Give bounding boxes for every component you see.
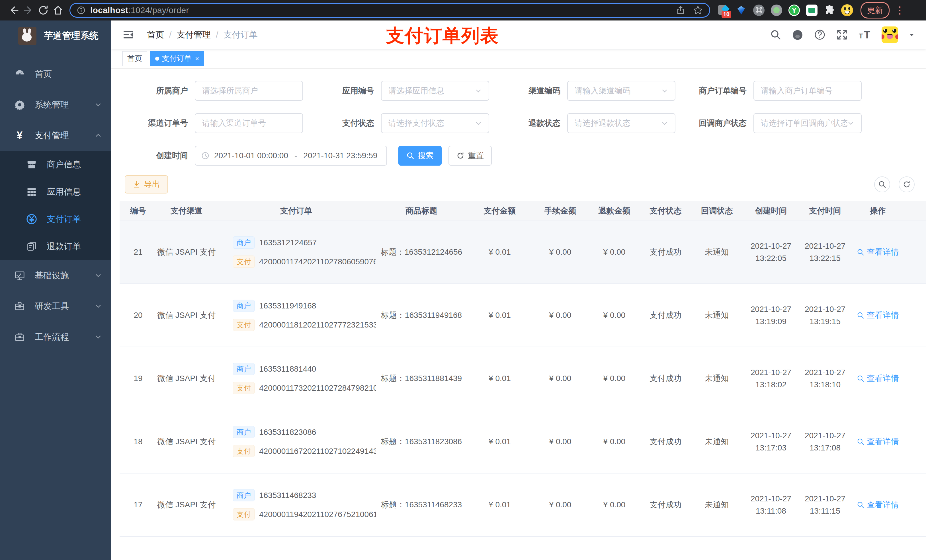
export-button[interactable]: 导出	[125, 175, 168, 193]
view-detail-link[interactable]: 查看详情	[851, 373, 904, 384]
download-icon	[133, 180, 141, 189]
reset-button[interactable]: 重置	[448, 146, 492, 166]
sidebar-item-pay-order[interactable]: 支付订单	[0, 205, 111, 233]
view-detail-link[interactable]: 查看详情	[851, 247, 904, 258]
placeholder-text: 请输入渠道订单号	[202, 118, 266, 128]
grid-icon	[25, 187, 38, 197]
field-channel-order-no: 渠道订单号 请输入渠道订单号	[120, 113, 306, 133]
col-amount: 支付金额	[467, 205, 533, 216]
cell-fee: ¥ 0.00	[533, 248, 588, 257]
sidebar-item-pay[interactable]: ¥ 支付管理	[0, 120, 111, 151]
profile-emoji-icon[interactable]	[841, 4, 853, 16]
field-label: 渠道订单号	[120, 118, 188, 128]
create-time-range-picker[interactable]: 2021-10-01 00:00:00 - 2021-10-31 23:59:5…	[195, 146, 387, 166]
table-row: 17 微信 JSAPI 支付 商户1635311468233 支付4200001…	[120, 474, 926, 537]
user-avatar[interactable]	[882, 26, 898, 43]
cell-title: 标题：1635311881439	[376, 373, 467, 384]
toggle-search-button[interactable]	[874, 177, 890, 192]
breadcrumb-home[interactable]: 首页	[147, 29, 164, 41]
extensions-puzzle-icon[interactable]	[823, 4, 835, 16]
merchant-tag: 商户	[233, 363, 254, 375]
channel-no: 4200001194202110276752100612	[259, 510, 376, 519]
view-detail-link[interactable]: 查看详情	[851, 436, 904, 447]
breadcrumb: 首页 / 支付管理 / 支付订单	[147, 29, 258, 41]
breadcrumb-pay[interactable]: 支付管理	[177, 29, 211, 41]
forward-button[interactable]	[21, 3, 36, 18]
view-detail-link[interactable]: 查看详情	[851, 310, 904, 321]
table-row: 21 微信 JSAPI 支付 商户1635312124657 支付4200001…	[120, 221, 926, 284]
search-button[interactable]: 搜索	[398, 146, 442, 166]
share-icon[interactable]	[676, 5, 685, 15]
github-icon[interactable]	[791, 29, 803, 41]
table-row: 18 微信 JSAPI 支付 商户1635311823086 支付4200001…	[120, 410, 926, 474]
extension-y-icon[interactable]: Y	[788, 4, 800, 16]
top-navbar: 首页 / 支付管理 / 支付订单 TT	[111, 21, 926, 49]
view-detail-link[interactable]: 查看详情	[851, 500, 904, 510]
sidebar-item-label: 基础设施	[35, 270, 69, 281]
placeholder-text: 请选择所属商户	[202, 85, 258, 96]
merchant-tag: 商户	[233, 489, 254, 501]
table-row: 20 微信 JSAPI 支付 商户1635311949168 支付4200001…	[120, 284, 926, 347]
refresh-table-button[interactable]	[899, 177, 915, 192]
sidebar-logo[interactable]: 芋道管理系统	[0, 21, 111, 50]
sidebar-item-dev-tools[interactable]: 研发工具	[0, 291, 111, 322]
channel-code-select[interactable]: 请输入渠道编码	[567, 81, 675, 101]
fullscreen-icon[interactable]	[836, 29, 848, 41]
back-button[interactable]	[6, 3, 21, 18]
placeholder-text: 请选择应用信息	[388, 85, 444, 96]
pay-submenu: 商户信息 应用信息 支付订单	[0, 151, 111, 260]
breadcrumb-current: 支付订单	[224, 29, 258, 41]
pay-status-select[interactable]: 请选择支付状态	[381, 113, 489, 133]
field-label: 应用编号	[306, 85, 374, 96]
sidebar-item-system[interactable]: 系统管理	[0, 89, 111, 120]
tag-home[interactable]: 首页	[123, 51, 147, 66]
chrome-update-button[interactable]: 更新	[861, 2, 890, 18]
merchant-order-no-input[interactable]: 请输入商户订单编号	[754, 81, 862, 101]
cell-refund: ¥ 0.00	[588, 248, 641, 257]
extension-command-icon[interactable]	[753, 4, 765, 16]
breadcrumb-separator: /	[216, 30, 218, 39]
reload-icon	[38, 5, 49, 16]
avatar-caret-icon[interactable]	[908, 31, 915, 38]
refund-status-select[interactable]: 请选择退款状态	[567, 113, 675, 133]
extension-gem-icon[interactable]	[735, 4, 747, 16]
tag-pay-order[interactable]: 支付订单 ×	[150, 51, 204, 66]
chevron-down-icon	[95, 302, 102, 310]
cell-paid: 2021-10-2713:19:15	[799, 303, 851, 328]
chrome-menu-icon[interactable]: ⋮	[895, 5, 905, 15]
help-icon[interactable]	[814, 29, 826, 41]
cell-notify: 未通知	[690, 436, 743, 447]
sidebar-item-merchant-info[interactable]: 商户信息	[0, 151, 111, 178]
channel-order-no-input[interactable]: 请输入渠道订单号	[195, 113, 303, 133]
sidebar-collapse-icon[interactable]	[122, 29, 135, 41]
date-start: 2021-10-01 00:00:00	[214, 151, 288, 160]
site-info-icon[interactable]	[77, 6, 86, 15]
header-search-icon[interactable]	[770, 29, 781, 41]
pay-order-icon	[25, 213, 38, 225]
extension-chat-icon[interactable]	[806, 4, 818, 16]
browser-chrome: localhost:1024/pay/order 10 Y	[0, 0, 926, 21]
merchant-input[interactable]: 请选择所属商户	[195, 81, 303, 101]
tag-label: 首页	[127, 53, 142, 63]
extension-record-icon[interactable]	[770, 4, 782, 16]
font-size-icon[interactable]: TT	[858, 29, 872, 41]
notify-status-select[interactable]: 请选择订单回调商户状态	[754, 113, 862, 133]
app-id-select[interactable]: 请选择应用信息	[381, 81, 489, 101]
field-app-id: 应用编号 请选择应用信息	[306, 81, 492, 101]
reload-button[interactable]	[36, 3, 51, 18]
sidebar-item-workflow[interactable]: 工作流程	[0, 322, 111, 352]
sidebar-item-home[interactable]: 首页	[0, 59, 111, 89]
bookmark-star-icon[interactable]	[693, 5, 703, 15]
sidebar-item-app-info[interactable]: 应用信息	[0, 178, 111, 205]
sidebar-item-label: 退款订单	[47, 241, 81, 252]
sidebar-item-infra[interactable]: 基础设施	[0, 260, 111, 291]
tag-close-icon[interactable]: ×	[195, 54, 199, 63]
home-button[interactable]	[51, 3, 65, 18]
sidebar-item-refund-order[interactable]: 退款订单	[0, 233, 111, 260]
cell-paid: 2021-10-2713:11:15	[799, 492, 851, 517]
sidebar-item-label: 首页	[35, 68, 52, 80]
url-bar[interactable]: localhost:1024/pay/order	[70, 3, 710, 18]
sidebar-item-label: 系统管理	[35, 99, 69, 111]
sidebar-item-label: 应用信息	[47, 186, 81, 198]
extension-app-icon[interactable]: 10	[717, 4, 729, 16]
